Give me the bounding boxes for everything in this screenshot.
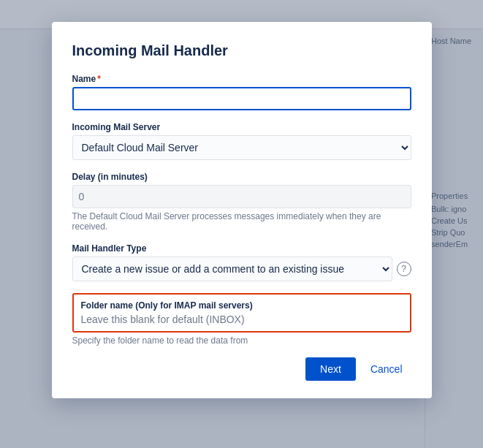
folder-name-group: Folder name (Only for IMAP mail servers)…: [72, 293, 411, 346]
incoming-mail-server-label: Incoming Mail Server: [72, 122, 411, 132]
help-icon[interactable]: ?: [397, 262, 411, 276]
folder-highlight-box: Folder name (Only for IMAP mail servers)…: [72, 293, 411, 333]
folder-description: Specify the folder name to read the data…: [72, 335, 411, 346]
mail-handler-type-group: Mail Handler Type Create a new issue or …: [72, 243, 411, 281]
incoming-mail-server-select[interactable]: Default Cloud Mail Server: [72, 135, 411, 160]
delay-hint: The Default Cloud Mail Server processes …: [72, 211, 411, 232]
incoming-mail-handler-modal: Incoming Mail Handler Name* Incoming Mai…: [52, 22, 432, 398]
delay-value: 0: [72, 185, 411, 208]
mail-handler-type-select[interactable]: Create a new issue or add a comment to a…: [72, 257, 392, 281]
name-label: Name*: [72, 74, 411, 84]
incoming-mail-server-group: Incoming Mail Server Default Cloud Mail …: [72, 122, 411, 160]
mail-handler-type-label: Mail Handler Type: [72, 243, 411, 254]
mail-handler-type-row: Create a new issue or add a comment to a…: [72, 257, 411, 281]
delay-field-group: Delay (in minutes) 0 The Default Cloud M…: [72, 172, 411, 232]
next-button[interactable]: Next: [305, 357, 356, 381]
name-input[interactable]: [72, 87, 411, 110]
delay-label: Delay (in minutes): [72, 172, 411, 182]
cancel-button[interactable]: Cancel: [362, 357, 411, 381]
modal-title: Incoming Mail Handler: [72, 42, 411, 59]
name-required-indicator: *: [97, 74, 101, 84]
modal-overlay: Incoming Mail Handler Name* Incoming Mai…: [0, 0, 483, 448]
modal-footer: Next Cancel: [72, 357, 411, 381]
folder-name-label: Folder name (Only for IMAP mail servers): [81, 300, 403, 311]
folder-name-value: Leave this blank for default (INBOX): [81, 314, 245, 325]
name-field-group: Name*: [72, 74, 411, 110]
